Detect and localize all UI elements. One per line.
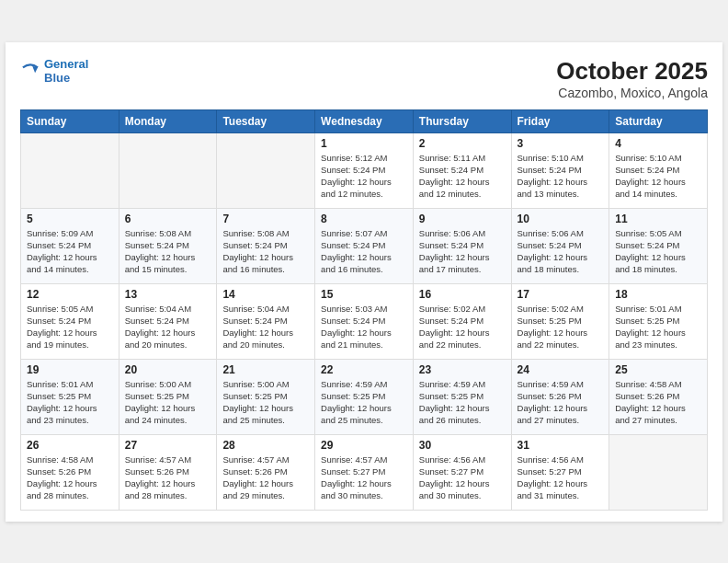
- day-info: Sunrise: 4:57 AMSunset: 5:27 PMDaylight:…: [321, 454, 407, 502]
- header-day-tuesday: Tuesday: [217, 109, 315, 132]
- header-day-saturday: Saturday: [609, 109, 708, 132]
- logo-line2: Blue: [44, 71, 70, 85]
- calendar-cell: [119, 132, 217, 208]
- day-info: Sunrise: 4:57 AMSunset: 5:26 PMDaylight:…: [222, 454, 309, 502]
- calendar-cell: 24Sunrise: 4:59 AMSunset: 5:26 PMDayligh…: [511, 359, 609, 434]
- header-row-days: SundayMondayTuesdayWednesdayThursdayFrid…: [21, 109, 708, 132]
- day-number: 26: [27, 439, 113, 452]
- day-number: 9: [419, 213, 506, 225]
- day-number: 21: [222, 363, 309, 376]
- day-number: 2: [419, 137, 506, 150]
- calendar-cell: [21, 132, 119, 208]
- day-number: 5: [27, 213, 113, 225]
- calendar-cell: 12Sunrise: 5:05 AMSunset: 5:24 PMDayligh…: [21, 283, 119, 359]
- day-number: 22: [321, 363, 407, 376]
- calendar-cell: 2Sunrise: 5:11 AMSunset: 5:24 PMDaylight…: [413, 132, 511, 208]
- week-row-4: 19Sunrise: 5:01 AMSunset: 5:25 PMDayligh…: [21, 359, 708, 434]
- day-info: Sunrise: 5:03 AMSunset: 5:24 PMDaylight:…: [321, 303, 407, 351]
- day-info: Sunrise: 5:00 AMSunset: 5:25 PMDaylight:…: [125, 378, 211, 427]
- week-row-5: 26Sunrise: 4:58 AMSunset: 5:26 PMDayligh…: [21, 434, 708, 510]
- day-info: Sunrise: 4:59 AMSunset: 5:25 PMDaylight:…: [321, 378, 407, 427]
- calendar-cell: 26Sunrise: 4:58 AMSunset: 5:26 PMDayligh…: [21, 434, 119, 510]
- logo-line1: General: [44, 57, 88, 71]
- day-number: 14: [222, 288, 309, 301]
- day-info: Sunrise: 5:10 AMSunset: 5:24 PMDaylight:…: [615, 152, 701, 201]
- calendar-subtitle: Cazombo, Moxico, Angola: [556, 86, 708, 100]
- day-info: Sunrise: 4:56 AMSunset: 5:27 PMDaylight:…: [518, 454, 604, 502]
- day-number: 31: [518, 439, 604, 452]
- day-number: 11: [615, 213, 701, 225]
- day-info: Sunrise: 5:05 AMSunset: 5:24 PMDaylight:…: [615, 227, 701, 276]
- calendar-title: October 2025: [556, 57, 708, 86]
- day-number: 25: [615, 363, 701, 376]
- logo: General Blue: [20, 57, 88, 86]
- header-day-sunday: Sunday: [21, 109, 119, 132]
- day-number: 4: [615, 137, 701, 150]
- header-day-thursday: Thursday: [413, 109, 511, 132]
- day-number: 15: [321, 288, 407, 301]
- day-info: Sunrise: 4:57 AMSunset: 5:26 PMDaylight:…: [125, 454, 211, 502]
- day-number: 7: [222, 213, 309, 225]
- calendar-cell: 19Sunrise: 5:01 AMSunset: 5:25 PMDayligh…: [21, 359, 119, 434]
- logo-icon: [20, 61, 40, 81]
- calendar-cell: 23Sunrise: 4:59 AMSunset: 5:25 PMDayligh…: [413, 359, 511, 434]
- calendar-cell: 13Sunrise: 5:04 AMSunset: 5:24 PMDayligh…: [119, 283, 217, 359]
- day-number: 28: [222, 439, 309, 452]
- calendar-cell: 8Sunrise: 5:07 AMSunset: 5:24 PMDaylight…: [315, 208, 414, 283]
- title-block: October 2025 Cazombo, Moxico, Angola: [556, 57, 708, 100]
- day-number: 29: [321, 439, 407, 452]
- day-number: 8: [321, 213, 407, 225]
- day-info: Sunrise: 5:06 AMSunset: 5:24 PMDaylight:…: [518, 227, 604, 276]
- day-info: Sunrise: 5:04 AMSunset: 5:24 PMDaylight:…: [125, 303, 211, 351]
- day-number: 13: [125, 288, 211, 301]
- header-day-monday: Monday: [119, 109, 217, 132]
- calendar-cell: 6Sunrise: 5:08 AMSunset: 5:24 PMDaylight…: [119, 208, 217, 283]
- day-number: 3: [518, 137, 604, 150]
- week-row-1: 1Sunrise: 5:12 AMSunset: 5:24 PMDaylight…: [21, 132, 708, 208]
- day-info: Sunrise: 4:58 AMSunset: 5:26 PMDaylight:…: [615, 378, 701, 427]
- day-info: Sunrise: 5:02 AMSunset: 5:24 PMDaylight:…: [419, 303, 506, 351]
- calendar-cell: 28Sunrise: 4:57 AMSunset: 5:26 PMDayligh…: [217, 434, 315, 510]
- calendar-cell: 21Sunrise: 5:00 AMSunset: 5:25 PMDayligh…: [217, 359, 315, 434]
- day-info: Sunrise: 4:56 AMSunset: 5:27 PMDaylight:…: [419, 454, 506, 502]
- calendar-cell: 25Sunrise: 4:58 AMSunset: 5:26 PMDayligh…: [609, 359, 708, 434]
- day-number: 30: [419, 439, 506, 452]
- calendar-cell: 17Sunrise: 5:02 AMSunset: 5:25 PMDayligh…: [511, 283, 609, 359]
- day-info: Sunrise: 5:09 AMSunset: 5:24 PMDaylight:…: [27, 227, 113, 276]
- day-number: 23: [419, 363, 506, 376]
- day-info: Sunrise: 4:59 AMSunset: 5:25 PMDaylight:…: [419, 378, 506, 427]
- calendar-cell: 11Sunrise: 5:05 AMSunset: 5:24 PMDayligh…: [609, 208, 708, 283]
- calendar-cell: [609, 434, 708, 510]
- calendar-cell: 10Sunrise: 5:06 AMSunset: 5:24 PMDayligh…: [511, 208, 609, 283]
- day-number: 18: [615, 288, 701, 301]
- week-row-2: 5Sunrise: 5:09 AMSunset: 5:24 PMDaylight…: [21, 208, 708, 283]
- calendar-cell: 5Sunrise: 5:09 AMSunset: 5:24 PMDaylight…: [21, 208, 119, 283]
- calendar-cell: 15Sunrise: 5:03 AMSunset: 5:24 PMDayligh…: [315, 283, 414, 359]
- day-info: Sunrise: 5:08 AMSunset: 5:24 PMDaylight:…: [125, 227, 211, 276]
- header-row: General Blue October 2025 Cazombo, Moxic…: [20, 57, 708, 100]
- day-number: 27: [125, 439, 211, 452]
- day-number: 6: [125, 213, 211, 225]
- day-info: Sunrise: 5:08 AMSunset: 5:24 PMDaylight:…: [222, 227, 309, 276]
- calendar-cell: 14Sunrise: 5:04 AMSunset: 5:24 PMDayligh…: [217, 283, 315, 359]
- day-number: 24: [518, 363, 604, 376]
- calendar-cell: 20Sunrise: 5:00 AMSunset: 5:25 PMDayligh…: [119, 359, 217, 434]
- day-info: Sunrise: 5:05 AMSunset: 5:24 PMDaylight:…: [27, 303, 113, 351]
- calendar-cell: 30Sunrise: 4:56 AMSunset: 5:27 PMDayligh…: [413, 434, 511, 510]
- day-info: Sunrise: 5:11 AMSunset: 5:24 PMDaylight:…: [419, 152, 506, 201]
- day-info: Sunrise: 5:00 AMSunset: 5:25 PMDaylight:…: [222, 378, 309, 427]
- day-info: Sunrise: 5:10 AMSunset: 5:24 PMDaylight:…: [518, 152, 604, 201]
- calendar-container: General Blue October 2025 Cazombo, Moxic…: [6, 42, 722, 522]
- day-number: 10: [518, 213, 604, 225]
- day-info: Sunrise: 5:04 AMSunset: 5:24 PMDaylight:…: [222, 303, 309, 351]
- logo-text: General Blue: [44, 57, 88, 86]
- calendar-cell: 27Sunrise: 4:57 AMSunset: 5:26 PMDayligh…: [119, 434, 217, 510]
- calendar-cell: 29Sunrise: 4:57 AMSunset: 5:27 PMDayligh…: [315, 434, 414, 510]
- day-info: Sunrise: 4:58 AMSunset: 5:26 PMDaylight:…: [27, 454, 113, 502]
- day-number: 19: [27, 363, 113, 376]
- calendar-cell: 22Sunrise: 4:59 AMSunset: 5:25 PMDayligh…: [315, 359, 414, 434]
- calendar-cell: 9Sunrise: 5:06 AMSunset: 5:24 PMDaylight…: [413, 208, 511, 283]
- day-number: 1: [321, 137, 407, 150]
- calendar-cell: 4Sunrise: 5:10 AMSunset: 5:24 PMDaylight…: [609, 132, 708, 208]
- day-info: Sunrise: 5:07 AMSunset: 5:24 PMDaylight:…: [321, 227, 407, 276]
